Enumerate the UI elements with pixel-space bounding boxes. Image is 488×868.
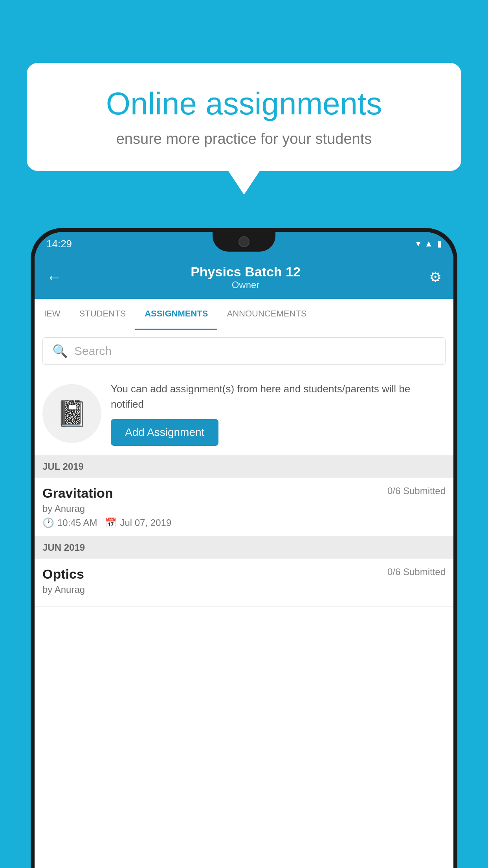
back-button[interactable]: ← [46,268,62,286]
empty-icon-circle: 📓 [42,384,101,443]
status-icons: ▾ ▲ ▮ [416,239,442,249]
phone-inner: 14:29 ▾ ▲ ▮ ← Physics Batch 12 Owner ⚙ I… [35,232,453,868]
speech-bubble-arrow [228,171,260,195]
add-assignment-button[interactable]: Add Assignment [111,419,218,446]
speech-bubble: Online assignments ensure more practice … [27,63,461,171]
assignment-top-row: Gravitation 0/6 Submitted [42,485,446,501]
assignment-by-gravitation: by Anurag [42,503,446,514]
status-time: 14:29 [46,238,72,250]
assignment-date: Jul 07, 2019 [120,517,171,528]
notebook-icon: 📓 [56,399,88,428]
search-icon: 🔍 [52,344,68,359]
notch [213,232,275,252]
tab-assignments[interactable]: ASSIGNMENTS [135,299,217,330]
app-content: ← Physics Batch 12 Owner ⚙ IEW STUDENTS … [35,256,453,868]
clock-icon: 🕐 [42,517,54,528]
calendar-icon: 📅 [105,517,117,528]
header-subtitle: Owner [191,280,301,291]
wifi-icon: ▾ [416,239,420,249]
section-header-jun: JUN 2019 [35,537,453,559]
header-center: Physics Batch 12 Owner [191,264,301,291]
assignment-submitted-gravitation: 0/6 Submitted [387,485,446,497]
search-bar-container: 🔍 Search [35,330,453,372]
meta-date: 📅 Jul 07, 2019 [105,517,171,528]
tab-announcements[interactable]: ANNOUNCEMENTS [217,299,316,330]
phone-frame: 14:29 ▾ ▲ ▮ ← Physics Batch 12 Owner ⚙ I… [31,228,457,868]
search-placeholder: Search [74,344,112,358]
settings-button[interactable]: ⚙ [429,269,442,285]
empty-text-area: You can add assignment(s) from here and … [111,381,446,446]
search-bar[interactable]: 🔍 Search [42,337,446,365]
tab-bar: IEW STUDENTS ASSIGNMENTS ANNOUNCEMENTS [35,299,453,330]
app-header: ← Physics Batch 12 Owner ⚙ [35,256,453,299]
assignment-item-gravitation[interactable]: Gravitation 0/6 Submitted by Anurag 🕐 10… [35,478,453,537]
header-title: Physics Batch 12 [191,264,301,280]
assignment-meta-gravitation: 🕐 10:45 AM 📅 Jul 07, 2019 [42,517,446,528]
empty-state: 📓 You can add assignment(s) from here an… [35,372,453,456]
empty-description: You can add assignment(s) from here and … [111,381,446,412]
assignment-time: 10:45 AM [57,517,97,528]
assignment-item-optics[interactable]: Optics 0/6 Submitted by Anurag [35,559,453,607]
camera [238,236,250,247]
tab-iew[interactable]: IEW [35,299,70,330]
speech-bubble-container: Online assignments ensure more practice … [27,63,461,195]
signal-icon: ▲ [424,239,433,249]
section-header-jul: JUL 2019 [35,456,453,478]
speech-bubble-subtitle: ensure more practice for your students [54,131,434,147]
tab-students[interactable]: STUDENTS [70,299,136,330]
assignment-top-row-optics: Optics 0/6 Submitted [42,566,446,582]
meta-time: 🕐 10:45 AM [42,517,97,528]
assignment-name-gravitation: Gravitation [42,485,113,501]
speech-bubble-title: Online assignments [54,86,434,121]
assignment-name-optics: Optics [42,566,84,582]
assignment-submitted-optics: 0/6 Submitted [387,566,446,577]
battery-icon: ▮ [437,239,442,249]
assignment-by-optics: by Anurag [42,584,446,595]
